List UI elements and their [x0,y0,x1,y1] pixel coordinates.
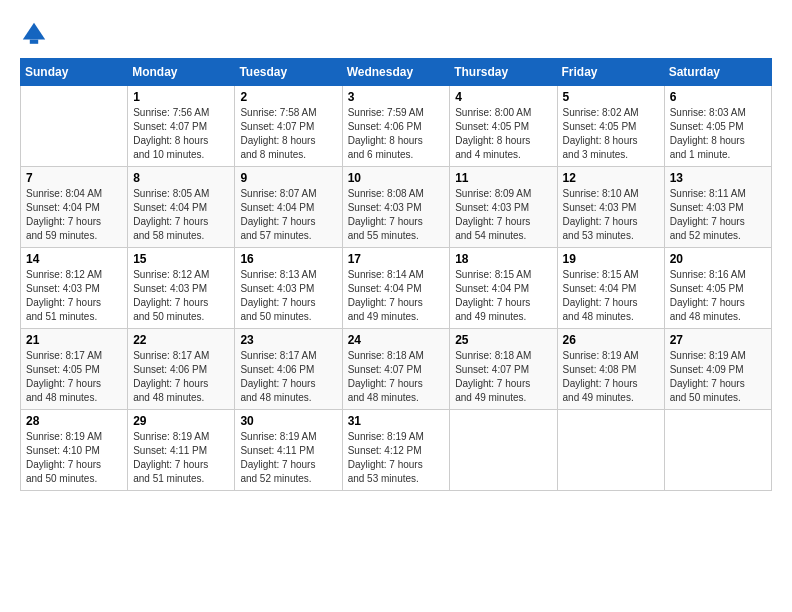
day-number: 6 [670,90,766,104]
day-number: 13 [670,171,766,185]
day-info: Sunrise: 8:18 AM Sunset: 4:07 PM Dayligh… [348,349,445,405]
day-info: Sunrise: 8:13 AM Sunset: 4:03 PM Dayligh… [240,268,336,324]
day-info: Sunrise: 8:15 AM Sunset: 4:04 PM Dayligh… [455,268,551,324]
day-info: Sunrise: 8:17 AM Sunset: 4:06 PM Dayligh… [133,349,229,405]
day-info: Sunrise: 8:09 AM Sunset: 4:03 PM Dayligh… [455,187,551,243]
calendar-table: SundayMondayTuesdayWednesdayThursdayFrid… [20,58,772,491]
calendar-cell: 31Sunrise: 8:19 AM Sunset: 4:12 PM Dayli… [342,410,450,491]
calendar-cell: 26Sunrise: 8:19 AM Sunset: 4:08 PM Dayli… [557,329,664,410]
day-number: 23 [240,333,336,347]
day-number: 5 [563,90,659,104]
calendar-cell: 25Sunrise: 8:18 AM Sunset: 4:07 PM Dayli… [450,329,557,410]
calendar-cell: 3Sunrise: 7:59 AM Sunset: 4:06 PM Daylig… [342,86,450,167]
day-number: 19 [563,252,659,266]
calendar-cell [450,410,557,491]
day-info: Sunrise: 8:17 AM Sunset: 4:05 PM Dayligh… [26,349,122,405]
calendar-cell: 21Sunrise: 8:17 AM Sunset: 4:05 PM Dayli… [21,329,128,410]
day-info: Sunrise: 8:15 AM Sunset: 4:04 PM Dayligh… [563,268,659,324]
day-header-monday: Monday [128,59,235,86]
day-number: 8 [133,171,229,185]
day-info: Sunrise: 8:16 AM Sunset: 4:05 PM Dayligh… [670,268,766,324]
calendar-cell: 5Sunrise: 8:02 AM Sunset: 4:05 PM Daylig… [557,86,664,167]
day-info: Sunrise: 8:08 AM Sunset: 4:03 PM Dayligh… [348,187,445,243]
calendar-cell: 28Sunrise: 8:19 AM Sunset: 4:10 PM Dayli… [21,410,128,491]
day-number: 26 [563,333,659,347]
day-number: 7 [26,171,122,185]
calendar-cell: 11Sunrise: 8:09 AM Sunset: 4:03 PM Dayli… [450,167,557,248]
day-header-wednesday: Wednesday [342,59,450,86]
calendar-cell: 15Sunrise: 8:12 AM Sunset: 4:03 PM Dayli… [128,248,235,329]
day-number: 17 [348,252,445,266]
day-number: 27 [670,333,766,347]
calendar-cell [557,410,664,491]
calendar-cell: 4Sunrise: 8:00 AM Sunset: 4:05 PM Daylig… [450,86,557,167]
calendar-cell: 19Sunrise: 8:15 AM Sunset: 4:04 PM Dayli… [557,248,664,329]
day-number: 16 [240,252,336,266]
day-info: Sunrise: 8:00 AM Sunset: 4:05 PM Dayligh… [455,106,551,162]
day-number: 1 [133,90,229,104]
day-info: Sunrise: 8:10 AM Sunset: 4:03 PM Dayligh… [563,187,659,243]
day-info: Sunrise: 8:12 AM Sunset: 4:03 PM Dayligh… [133,268,229,324]
day-number: 28 [26,414,122,428]
day-info: Sunrise: 8:11 AM Sunset: 4:03 PM Dayligh… [670,187,766,243]
day-number: 15 [133,252,229,266]
day-info: Sunrise: 8:03 AM Sunset: 4:05 PM Dayligh… [670,106,766,162]
calendar-cell: 20Sunrise: 8:16 AM Sunset: 4:05 PM Dayli… [664,248,771,329]
calendar-cell: 29Sunrise: 8:19 AM Sunset: 4:11 PM Dayli… [128,410,235,491]
calendar-cell: 8Sunrise: 8:05 AM Sunset: 4:04 PM Daylig… [128,167,235,248]
day-info: Sunrise: 8:19 AM Sunset: 4:11 PM Dayligh… [240,430,336,486]
calendar-cell: 18Sunrise: 8:15 AM Sunset: 4:04 PM Dayli… [450,248,557,329]
day-info: Sunrise: 8:19 AM Sunset: 4:12 PM Dayligh… [348,430,445,486]
calendar-cell: 10Sunrise: 8:08 AM Sunset: 4:03 PM Dayli… [342,167,450,248]
day-number: 29 [133,414,229,428]
day-number: 20 [670,252,766,266]
day-number: 9 [240,171,336,185]
calendar-cell: 22Sunrise: 8:17 AM Sunset: 4:06 PM Dayli… [128,329,235,410]
calendar-cell: 27Sunrise: 8:19 AM Sunset: 4:09 PM Dayli… [664,329,771,410]
day-header-tuesday: Tuesday [235,59,342,86]
calendar-cell: 24Sunrise: 8:18 AM Sunset: 4:07 PM Dayli… [342,329,450,410]
day-info: Sunrise: 8:19 AM Sunset: 4:10 PM Dayligh… [26,430,122,486]
day-number: 3 [348,90,445,104]
day-number: 12 [563,171,659,185]
calendar-cell: 1Sunrise: 7:56 AM Sunset: 4:07 PM Daylig… [128,86,235,167]
calendar-cell: 17Sunrise: 8:14 AM Sunset: 4:04 PM Dayli… [342,248,450,329]
day-header-thursday: Thursday [450,59,557,86]
day-number: 14 [26,252,122,266]
day-number: 2 [240,90,336,104]
logo [20,20,52,48]
day-number: 22 [133,333,229,347]
day-number: 24 [348,333,445,347]
day-number: 25 [455,333,551,347]
calendar-cell: 9Sunrise: 8:07 AM Sunset: 4:04 PM Daylig… [235,167,342,248]
day-number: 30 [240,414,336,428]
day-info: Sunrise: 7:59 AM Sunset: 4:06 PM Dayligh… [348,106,445,162]
calendar-cell: 13Sunrise: 8:11 AM Sunset: 4:03 PM Dayli… [664,167,771,248]
calendar-cell: 30Sunrise: 8:19 AM Sunset: 4:11 PM Dayli… [235,410,342,491]
day-number: 31 [348,414,445,428]
day-info: Sunrise: 8:07 AM Sunset: 4:04 PM Dayligh… [240,187,336,243]
day-number: 18 [455,252,551,266]
day-header-saturday: Saturday [664,59,771,86]
day-number: 10 [348,171,445,185]
page-header [20,20,772,48]
day-info: Sunrise: 8:02 AM Sunset: 4:05 PM Dayligh… [563,106,659,162]
day-info: Sunrise: 8:19 AM Sunset: 4:08 PM Dayligh… [563,349,659,405]
day-info: Sunrise: 8:12 AM Sunset: 4:03 PM Dayligh… [26,268,122,324]
day-info: Sunrise: 8:14 AM Sunset: 4:04 PM Dayligh… [348,268,445,324]
calendar-cell [21,86,128,167]
day-info: Sunrise: 8:19 AM Sunset: 4:11 PM Dayligh… [133,430,229,486]
day-info: Sunrise: 8:04 AM Sunset: 4:04 PM Dayligh… [26,187,122,243]
calendar-cell: 6Sunrise: 8:03 AM Sunset: 4:05 PM Daylig… [664,86,771,167]
calendar-cell: 2Sunrise: 7:58 AM Sunset: 4:07 PM Daylig… [235,86,342,167]
day-info: Sunrise: 8:19 AM Sunset: 4:09 PM Dayligh… [670,349,766,405]
calendar-cell: 14Sunrise: 8:12 AM Sunset: 4:03 PM Dayli… [21,248,128,329]
calendar-cell: 12Sunrise: 8:10 AM Sunset: 4:03 PM Dayli… [557,167,664,248]
day-info: Sunrise: 7:56 AM Sunset: 4:07 PM Dayligh… [133,106,229,162]
day-header-sunday: Sunday [21,59,128,86]
calendar-cell: 7Sunrise: 8:04 AM Sunset: 4:04 PM Daylig… [21,167,128,248]
calendar-cell: 23Sunrise: 8:17 AM Sunset: 4:06 PM Dayli… [235,329,342,410]
day-number: 11 [455,171,551,185]
svg-rect-1 [30,40,38,44]
day-header-friday: Friday [557,59,664,86]
